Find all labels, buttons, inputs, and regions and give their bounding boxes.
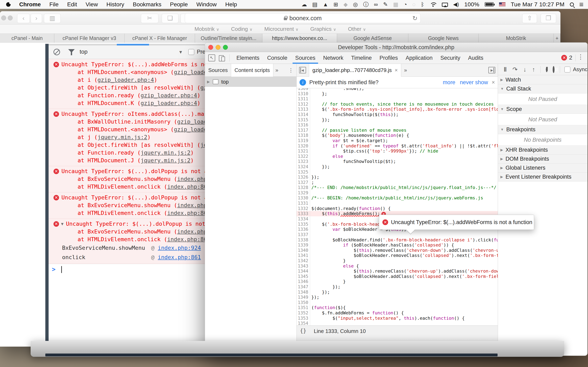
frame-source-link[interactable]: index.php:861 [158, 254, 201, 260]
devtools-tab-network[interactable]: Network [319, 52, 347, 64]
deactivate-breakpoints-icon[interactable] [546, 67, 548, 72]
devtools-tab-profiles[interactable]: Profiles [376, 52, 402, 64]
reload-icon[interactable]: ↻ [412, 15, 417, 22]
info-icon[interactable]: ⓘ [363, 0, 369, 9]
frame-tree-item-top[interactable]: ▶ top [205, 77, 296, 87]
source-link[interactable]: jquery.min.js:2 [141, 157, 190, 164]
frame-source-link[interactable]: index.php:924 [158, 245, 201, 251]
adium-icon[interactable]: ∞ [374, 0, 378, 9]
source-link[interactable]: gzip_loader.php:4 [174, 126, 205, 133]
address-bar[interactable]: boonex.com ↻ [185, 13, 421, 23]
apple-menu-icon[interactable] [6, 2, 11, 7]
menu-chrome[interactable]: Chrome [19, 1, 41, 8]
input-language-flag[interactable] [499, 2, 506, 7]
step-over-icon[interactable]: ↷ [512, 66, 518, 73]
preserve-log-checkbox[interactable] [188, 49, 194, 55]
step-into-icon[interactable]: ↓ [523, 66, 526, 73]
share-button[interactable]: ⇧ [522, 14, 537, 23]
time-machine-icon[interactable]: ◔ [404, 0, 407, 9]
favorite-coding[interactable]: Coding∨ [231, 26, 252, 32]
pause-icon[interactable]: ‖ [504, 66, 507, 73]
devtools-tab-security[interactable]: Security [437, 52, 464, 64]
more-tabs-icon[interactable]: » [276, 67, 278, 73]
infobar-more-link[interactable]: more [443, 79, 456, 86]
favorite-microcurrent[interactable]: Microcurrent∨ [264, 26, 298, 32]
source-link[interactable]: gzip_loader.php:4 [141, 100, 197, 106]
screenshot-extension-button[interactable]: ✂ [141, 14, 158, 23]
source-link[interactable]: index.php:924 [177, 176, 205, 182]
navigator-menu-icon[interactable]: ⋮ [288, 67, 294, 73]
devtools-tab-audits[interactable]: Audits [464, 52, 487, 64]
creative-cloud-icon[interactable]: ◎ [353, 0, 358, 9]
sidebar-button[interactable]: ▥ [44, 14, 61, 23]
device-toolbar-icon[interactable] [218, 54, 225, 61]
source-link[interactable]: gzip_loader.php:4 [177, 118, 205, 125]
source-link[interactable]: index.php:861 [167, 210, 205, 216]
step-out-icon[interactable]: ↑ [532, 66, 535, 73]
source-link[interactable]: jquery.min.js:2 [98, 134, 147, 140]
chat-icon[interactable]: ◌ [412, 0, 415, 9]
file-tab[interactable]: gzip_loader.php...7077480cd79.js × [309, 64, 401, 77]
clear-console-icon[interactable] [53, 49, 60, 55]
wifi-icon[interactable] [430, 2, 437, 7]
pretty-print-icon[interactable]: {} [300, 328, 306, 334]
navigator-tab-content-scripts[interactable]: Content scripts [231, 64, 273, 77]
menu-view[interactable]: View [86, 1, 98, 8]
console-prompt[interactable]: > [49, 264, 205, 275]
chevron-down-icon[interactable]: ▼ [178, 50, 183, 55]
error-count-badge[interactable]: ✕ 2 [561, 54, 572, 61]
menu-window[interactable]: Window [196, 1, 217, 8]
source-link[interactable]: index.php:924 [177, 228, 205, 235]
drive-icon[interactable]: ▲ [323, 0, 328, 9]
source-link[interactable]: index.php:861 [167, 236, 205, 242]
favorite-graphics[interactable]: Graphics∨ [310, 26, 336, 32]
devtools-tab-console[interactable]: Console [263, 52, 291, 64]
airplay-icon[interactable] [442, 3, 448, 7]
notes-icon[interactable]: ▤ [312, 0, 318, 9]
expand-triangle-icon[interactable]: ▼ [61, 220, 63, 228]
window-close-button[interactable] [1, 16, 6, 20]
forward-button[interactable]: › [31, 14, 42, 23]
source-link[interactable]: index.php:861 [167, 184, 205, 190]
code-editor[interactable]: 1309 .show();1310 };13111312 // for touc… [297, 88, 498, 325]
screenshot-icon[interactable]: ⊞ [334, 0, 338, 9]
devtools-titlebar[interactable]: Developer Tools - http://mobstrik.com/in… [205, 43, 587, 52]
infobar-close-icon[interactable]: × [492, 79, 495, 86]
favorite-mobstrik[interactable]: Mobstrik∨ [195, 26, 219, 32]
devtools-menu-icon[interactable]: ⋮ [578, 53, 584, 60]
browser-tab-cpanel-file-manager-v3[interactable]: cPanel File Manager v3 [54, 34, 125, 43]
infobar-never-show-link[interactable]: never show [460, 79, 488, 86]
menu-people[interactable]: People [170, 1, 188, 8]
hide-navigator-icon[interactable]: ◀ [299, 67, 306, 73]
volume-icon[interactable]: ◀) [453, 1, 459, 8]
favorite-other[interactable]: Other∨ [348, 26, 366, 32]
execution-context-select[interactable]: top [80, 49, 87, 55]
spotlight-icon[interactable] [570, 2, 574, 7]
menu-edit[interactable]: Edit [67, 1, 77, 8]
sidebar-section-xhr-breakpoints[interactable]: ▶XHR Breakpoints [498, 146, 587, 155]
close-tab-icon[interactable]: × [395, 67, 398, 73]
menu-bookmarks[interactable]: Bookmarks [133, 1, 161, 8]
menu-file[interactable]: File [49, 1, 59, 8]
new-tab-button[interactable]: + [554, 34, 561, 43]
source-link[interactable]: gzip_loader.php:4 [174, 69, 205, 75]
clipper-extension-button[interactable]: ❏ [162, 14, 178, 23]
browser-tab-cpanel-main[interactable]: cPanel - Main [0, 34, 54, 43]
more-tabs-icon[interactable]: » [404, 67, 407, 73]
devtools-tab-application[interactable]: Application [402, 52, 437, 64]
pause-on-exceptions-icon[interactable] [553, 66, 554, 73]
source-link[interactable]: gzip_loader.php:4 [141, 92, 197, 99]
grid-icon[interactable]: ▦ [393, 0, 398, 9]
back-button[interactable]: ‹ [17, 14, 30, 23]
tab-overview-button[interactable]: ❐ [541, 14, 556, 23]
sidebar-section-global-listeners[interactable]: ▶Global Listeners [498, 164, 587, 173]
lock-icon[interactable]: ◆ [343, 0, 348, 9]
battery-icon[interactable] [485, 2, 494, 7]
sidebar-section-event-listener-breakpoints[interactable]: ▶Event Listener Breakpoints [498, 173, 587, 182]
sidebar-section-breakpoints[interactable]: ▼Breakpoints [498, 125, 587, 134]
disclosure-triangle-icon[interactable]: ▶ [207, 80, 210, 84]
bluetooth-icon[interactable]: ᛒ [421, 0, 424, 9]
pen-icon[interactable]: ✎ [383, 0, 388, 9]
menu-history[interactable]: History [106, 1, 124, 8]
browser-tab-https-www-boonex-co[interactable]: https://www.boonex.co... [262, 34, 337, 43]
